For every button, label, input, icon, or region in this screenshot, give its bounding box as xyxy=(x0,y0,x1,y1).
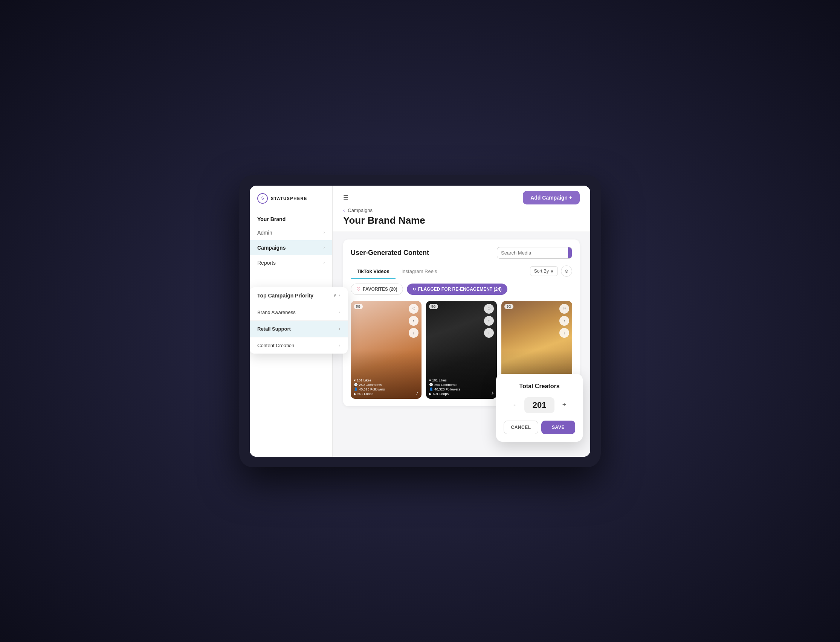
tabs-row: TikTok Videos Instagram Reels Sort By ∨ xyxy=(351,265,572,279)
breadcrumb: ‹ Campaigns xyxy=(343,204,580,214)
search-button[interactable]: 🔍 xyxy=(568,247,572,258)
sidebar-item-reports[interactable]: Reports › xyxy=(250,255,332,270)
campaign-dropdown: Top Campaign Priority ∨ › Brand Awarenes… xyxy=(250,287,348,353)
sidebar-logo: S STATUSPHERE xyxy=(250,186,332,210)
creators-popup-title: Total Creators xyxy=(504,383,575,390)
video-badge-3: 5G xyxy=(504,304,513,309)
ugc-title: User-Generated Content xyxy=(351,249,429,257)
refresh-icon: ↻ xyxy=(413,287,416,292)
pill-favorites[interactable]: ♡ FAVORITES (20) xyxy=(351,284,403,295)
sort-button[interactable]: Sort By ∨ xyxy=(530,266,558,276)
video-actions-1: ♡ ↑ ↓ xyxy=(409,304,419,338)
popup-actions: CANCEL SAVE xyxy=(504,421,575,434)
creators-save-button[interactable]: SAVE xyxy=(541,421,575,434)
video-share-btn-1[interactable]: ↑ xyxy=(409,316,419,326)
tiktok-logo-1: ♪ xyxy=(416,390,419,396)
tab-tiktok[interactable]: TikTok Videos xyxy=(351,265,395,279)
content-creation-chevron-icon: › xyxy=(339,344,340,347)
brand-name-sidebar: Your Brand xyxy=(250,210,332,225)
download-button[interactable]: ⊙ xyxy=(561,266,572,277)
video-heart-btn-2[interactable]: ♡ xyxy=(484,304,494,314)
video-share-btn-3[interactable]: ↑ xyxy=(559,316,569,326)
breadcrumb-back-arrow[interactable]: ‹ xyxy=(343,208,344,213)
header-top: ☰ Add Campaign + xyxy=(343,186,580,204)
app-window: S STATUSPHERE Your Brand Admin › Campaig… xyxy=(250,186,590,457)
creators-plus-button[interactable]: + xyxy=(559,400,570,410)
main-content: ☰ Add Campaign + ‹ Campaigns Your Brand … xyxy=(333,186,590,457)
logo-icon: S xyxy=(257,193,268,204)
tabs-right: Sort By ∨ ⊙ xyxy=(530,266,572,277)
page-title: Your Brand Name xyxy=(343,214,580,232)
campaign-item-retail-support[interactable]: Retail Support › xyxy=(250,321,348,337)
breadcrumb-label: Campaigns xyxy=(348,208,372,213)
video-heart-btn-1[interactable]: ♡ xyxy=(409,304,419,314)
video-actions-2: ♡ ↑ ↓ xyxy=(484,304,494,338)
video-heart-btn-3[interactable]: ♡ xyxy=(559,304,569,314)
sidebar: S STATUSPHERE Your Brand Admin › Campaig… xyxy=(250,186,333,457)
creators-minus-button[interactable]: - xyxy=(509,400,520,410)
video-stats-1: ♥101 Likes 💬250 Comments 👤40,323 Followe… xyxy=(354,378,385,396)
video-stats-2: ♥101 Likes 💬250 Comments 👤40,323 Followe… xyxy=(429,378,460,396)
video-download-btn-1[interactable]: ↓ xyxy=(409,328,419,338)
top-priority-chevron-down-icon: ∨ xyxy=(333,293,336,297)
content-header: ☰ Add Campaign + ‹ Campaigns Your Brand … xyxy=(333,186,590,232)
heart-icon: ♡ xyxy=(356,287,361,292)
video-card-1[interactable]: 5G ♡ ↑ ↓ ♥101 Likes 💬250 Comments 👤40,3 xyxy=(351,301,421,399)
search-bar: 🔍 xyxy=(497,247,572,259)
add-campaign-button[interactable]: Add Campaign + xyxy=(523,191,580,204)
menu-icon[interactable]: ☰ xyxy=(343,194,348,201)
logo-text: STATUSPHERE xyxy=(271,196,307,201)
filter-row: ♡ FAVORITES (20) ↻ FLAGGED FOR RE-ENGAGE… xyxy=(351,284,572,295)
campaign-item-top-priority[interactable]: Top Campaign Priority ∨ › xyxy=(250,287,348,304)
video-badge-2: 5G xyxy=(429,304,438,309)
ugc-header: User-Generated Content 🔍 xyxy=(351,247,572,259)
tab-instagram[interactable]: Instagram Reels xyxy=(395,265,444,279)
video-download-btn-3[interactable]: ↓ xyxy=(559,328,569,338)
pill-flagged[interactable]: ↻ FLAGGED FOR RE-ENGAGEMENT (24) xyxy=(407,284,507,295)
total-creators-popup: Total Creators - 201 + CANCEL SAVE xyxy=(496,374,583,442)
sidebar-item-admin[interactable]: Admin › xyxy=(250,225,332,240)
video-share-btn-2[interactable]: ↑ xyxy=(484,316,494,326)
reports-chevron-icon: › xyxy=(323,261,325,265)
sidebar-item-campaigns[interactable]: Campaigns › xyxy=(250,240,332,255)
creators-stepper: - 201 + xyxy=(504,397,575,413)
campaigns-chevron-icon: › xyxy=(323,245,325,250)
creators-value: 201 xyxy=(524,397,554,413)
video-card-2[interactable]: 5G ♡ ↑ ↓ ♥101 Likes 💬250 Comments 👤40,3 xyxy=(426,301,497,399)
top-priority-chevron-right-icon: › xyxy=(339,293,340,297)
video-badge-1: 5G xyxy=(354,304,363,309)
campaign-item-brand-awareness[interactable]: Brand Awareness › xyxy=(250,304,348,321)
search-input[interactable] xyxy=(497,247,568,258)
video-actions-3: ♡ ↑ ↓ xyxy=(559,304,569,338)
main-layout: S STATUSPHERE Your Brand Admin › Campaig… xyxy=(250,186,590,457)
video-download-btn-2[interactable]: ↓ xyxy=(484,328,494,338)
campaign-item-content-creation[interactable]: Content Creation › xyxy=(250,337,348,353)
tabs-left: TikTok Videos Instagram Reels xyxy=(351,265,443,278)
sort-chevron-icon: ∨ xyxy=(550,269,554,274)
device-frame: S STATUSPHERE Your Brand Admin › Campaig… xyxy=(239,175,601,467)
retail-support-chevron-icon: › xyxy=(339,327,340,331)
brand-awareness-chevron-icon: › xyxy=(339,310,340,315)
tiktok-logo-2: ♪ xyxy=(491,390,494,396)
creators-cancel-button[interactable]: CANCEL xyxy=(504,421,538,434)
admin-chevron-icon: › xyxy=(323,230,325,235)
